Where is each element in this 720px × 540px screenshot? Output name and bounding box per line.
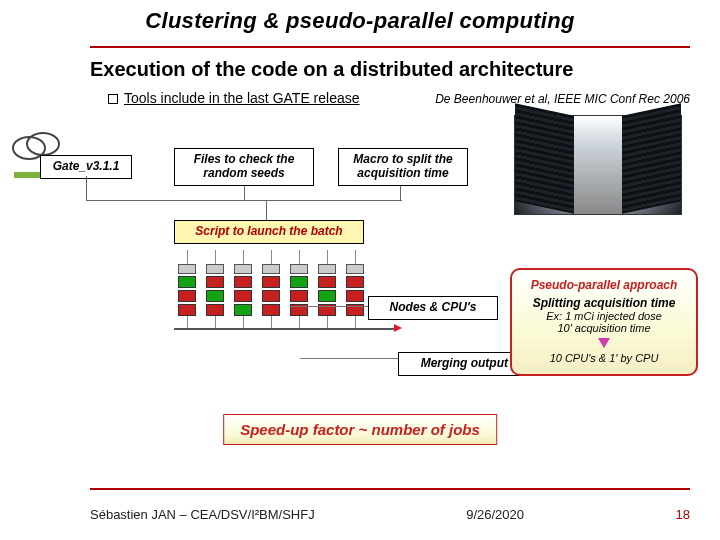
slide-subtitle: Execution of the code on a distributed a… <box>90 58 690 81</box>
connector-to-nodes <box>290 306 368 307</box>
box-script-batch: Script to launch the batch <box>174 220 364 244</box>
cell-red <box>262 290 280 302</box>
job-head <box>318 264 336 274</box>
job-stem <box>187 250 188 264</box>
cell-red <box>290 290 308 302</box>
cell-red <box>346 290 364 302</box>
datacenter-photo <box>514 115 682 215</box>
cpu-jobs-diagram <box>174 250 394 346</box>
job-column <box>346 264 364 316</box>
footer: Sébastien JAN – CEA/DSV/I²BM/SHFJ 9/26/2… <box>90 507 690 522</box>
job-column <box>234 264 252 316</box>
job-stem <box>327 250 328 264</box>
divider-top <box>90 46 690 48</box>
job-stem <box>299 250 300 264</box>
job-head <box>262 264 280 274</box>
cell-green <box>178 276 196 288</box>
job-column <box>206 264 224 316</box>
slide-title: Clustering & pseudo-parallel computing <box>0 8 720 34</box>
box-macro-split: Macro to split the acquisition time <box>338 148 468 186</box>
connector <box>244 200 402 201</box>
divider-footer <box>90 488 690 490</box>
job-head <box>206 264 224 274</box>
connector-to-merge <box>300 350 400 368</box>
footer-author: Sébastien JAN – CEA/DSV/I²BM/SHFJ <box>90 507 315 522</box>
bullet-icon <box>108 94 118 104</box>
footer-date: 9/26/2020 <box>466 507 524 522</box>
cell-red <box>262 276 280 288</box>
cell-red <box>318 276 336 288</box>
box-files-check: Files to check the random seeds <box>174 148 314 186</box>
job-column <box>318 264 336 316</box>
cell-red <box>234 290 252 302</box>
citation: De Beenhouwer et al, IEEE MIC Conf Rec 2… <box>435 92 690 106</box>
job-head <box>178 264 196 274</box>
arrow-down-icon <box>598 338 610 348</box>
job-head <box>234 264 252 274</box>
job-column <box>262 264 280 316</box>
slide: Clustering & pseudo-parallel computing E… <box>0 0 720 540</box>
job-stem <box>355 250 356 264</box>
job-stem <box>215 250 216 264</box>
bullet-tools: Tools include in the last GATE release <box>108 90 360 106</box>
cell-red <box>262 304 280 316</box>
pseudo-parallel-box: Pseudo-parallel approach Splitting acqui… <box>510 268 698 376</box>
job-head <box>346 264 364 274</box>
job-stem <box>243 250 244 264</box>
cell-red <box>346 276 364 288</box>
connector <box>86 200 266 201</box>
page-number: 18 <box>676 507 690 522</box>
cell-red <box>178 290 196 302</box>
pp-line-result: 10 CPU's & 1' by CPU <box>522 352 686 364</box>
job-head <box>290 264 308 274</box>
box-nodes-cpus: Nodes & CPU's <box>368 296 498 320</box>
cell-red <box>206 304 224 316</box>
merge-arrow-icon <box>394 324 402 332</box>
pp-line-example: Ex: 1 mCi injected dose <box>522 310 686 322</box>
speedup-callout: Speed-up factor ~ number of jobs <box>223 414 497 445</box>
connector <box>244 186 245 200</box>
connector <box>400 186 401 200</box>
cell-red <box>206 276 224 288</box>
pp-header: Pseudo-parallel approach <box>522 278 686 292</box>
cell-green <box>234 304 252 316</box>
job-column <box>290 264 308 316</box>
cell-green <box>206 290 224 302</box>
job-column <box>178 264 196 316</box>
cell-green <box>318 290 336 302</box>
connector <box>266 200 267 220</box>
cell-green <box>290 276 308 288</box>
job-stem <box>271 250 272 264</box>
merge-rail <box>174 328 394 330</box>
cell-red <box>178 304 196 316</box>
cell-red <box>234 276 252 288</box>
pp-line-acq-time: 10' acquisition time <box>522 322 686 334</box>
connector <box>86 176 87 200</box>
bullet-text: Tools include in the last GATE release <box>124 90 360 106</box>
pp-line-splitting: Splitting acquisition time <box>522 296 686 310</box>
